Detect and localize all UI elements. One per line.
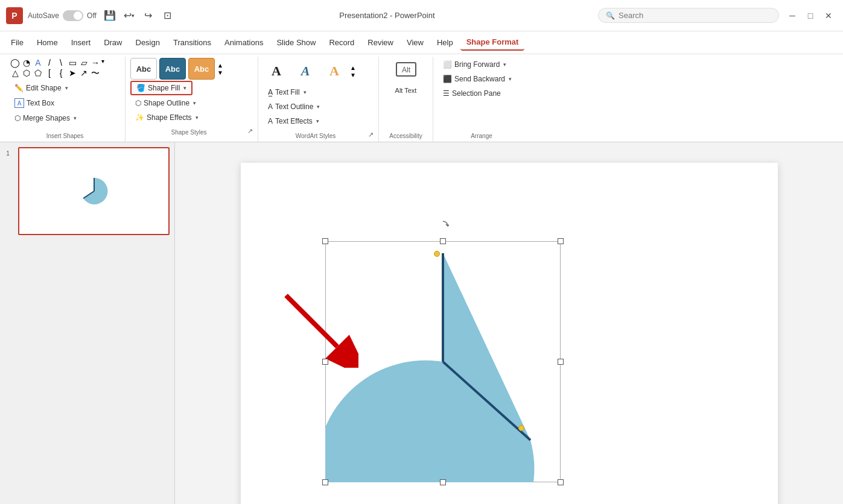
search-box[interactable]: 🔍 <box>598 8 779 23</box>
handle-bl[interactable] <box>322 479 328 485</box>
maximize-button[interactable]: □ <box>802 7 819 24</box>
menu-view[interactable]: View <box>401 35 430 50</box>
minimize-button[interactable]: ─ <box>784 7 801 24</box>
shape-diamond[interactable]: ⬡ <box>21 68 32 79</box>
shape-chevron[interactable]: ➤ <box>67 68 78 79</box>
autosave-label: AutoSave <box>28 11 59 20</box>
wordart-style-3[interactable]: A <box>321 58 348 84</box>
menu-design[interactable]: Design <box>130 35 166 50</box>
shape-effects-button[interactable]: ✨ Shape Effects ▾ <box>130 111 203 124</box>
shape-styles-label: Shape Styles <box>130 127 247 136</box>
shape-style-1[interactable]: Abc <box>130 58 157 80</box>
shape-wave[interactable]: 〜 <box>90 68 101 79</box>
text-fill-row: A̲ Text Fill ▾ <box>263 86 311 99</box>
text-outline-button[interactable]: A Text Outline ▾ <box>263 100 325 113</box>
rotate-handle[interactable] <box>437 220 449 232</box>
yellow-handle-1[interactable] <box>434 251 440 257</box>
menu-help[interactable]: Help <box>431 35 459 50</box>
text-effects-dropdown: ▾ <box>316 118 319 124</box>
handle-tl[interactable] <box>322 238 328 244</box>
shape-styles-scroll[interactable]: ▲ ▼ <box>217 62 223 76</box>
shape-rect2[interactable]: ▱ <box>78 58 89 68</box>
send-backward-button[interactable]: ⬛ Send Backward ▾ <box>438 72 517 86</box>
save-button[interactable]: 💾 <box>101 7 118 24</box>
merge-shapes-button[interactable]: ⬡ Merge Shapes ▾ <box>10 112 81 125</box>
shapes-more[interactable]: ▾ <box>101 58 112 68</box>
svg-text:Alt: Alt <box>401 66 410 74</box>
shape-styles-group: Abc Abc Abc ▲ ▼ 🪣 Shape Fill ▾ ⬡ Shape O… <box>126 57 258 142</box>
handle-bm[interactable] <box>440 479 446 485</box>
menu-slideshow[interactable]: Slide Show <box>270 35 322 50</box>
handle-mr[interactable] <box>558 359 564 365</box>
shape-line[interactable]: / <box>44 58 55 68</box>
menu-animations[interactable]: Animations <box>218 35 269 50</box>
close-button[interactable]: ✕ <box>820 7 837 24</box>
bring-forward-dropdown: ▾ <box>503 61 506 68</box>
shape-rtriangle[interactable]: △ <box>10 68 21 79</box>
shape-line2[interactable]: \ <box>56 58 66 68</box>
edit-shape-button[interactable]: ✏️ Edit Shape ▾ <box>10 81 73 95</box>
shape-outline-icon: ⬡ <box>135 99 141 107</box>
text-outline-row: A Text Outline ▾ <box>263 100 325 113</box>
wordart-scroll-up[interactable]: ▲ <box>350 65 356 71</box>
menu-transitions[interactable]: Transitions <box>167 35 217 50</box>
shape-fill-row: 🪣 Shape Fill ▾ <box>130 81 192 95</box>
shape-bracket[interactable]: [ <box>44 68 55 79</box>
autosave-toggle[interactable] <box>63 10 83 21</box>
scroll-down-icon[interactable]: ▼ <box>217 69 223 76</box>
shape-outline-dropdown: ▾ <box>193 100 196 106</box>
alt-text-button[interactable]: Alt Alt Text <box>388 58 424 94</box>
wordart-style-2[interactable]: A <box>292 58 319 84</box>
menu-draw[interactable]: Draw <box>98 35 128 50</box>
window-controls: ─ □ ✕ <box>784 7 837 24</box>
menu-insert[interactable]: Insert <box>65 35 97 50</box>
yellow-handle-2[interactable] <box>518 425 524 431</box>
text-effects-button[interactable]: A Text Effects ▾ <box>263 115 324 128</box>
selection-pane-button[interactable]: ☰ Selection Pane <box>438 87 506 100</box>
shape-pentagon[interactable]: ⬠ <box>33 68 43 79</box>
shape-brace[interactable]: { <box>56 68 66 79</box>
menu-home[interactable]: Home <box>31 35 64 50</box>
shape-style-2[interactable]: Abc <box>159 58 186 80</box>
shape-arrow[interactable]: → <box>90 58 101 68</box>
scroll-up-icon[interactable]: ▲ <box>217 62 223 69</box>
shape-textbox[interactable]: A <box>33 58 43 68</box>
merge-shapes-icon: ⬡ <box>14 114 21 122</box>
text-effects-icon: A <box>268 117 273 125</box>
wordart-scroll[interactable]: ▲ ▼ <box>350 65 356 78</box>
text-fill-icon: A̲ <box>268 88 273 96</box>
menu-file[interactable]: File <box>5 35 30 50</box>
accessibility-label: Accessibility <box>384 130 428 139</box>
wordart-expand[interactable]: ↗ <box>368 131 374 139</box>
bring-forward-button[interactable]: ⬜ Bring Forward ▾ <box>438 58 511 71</box>
shape-pie[interactable]: ◔ <box>21 58 32 68</box>
shape-style-3[interactable]: Abc <box>188 58 215 80</box>
shape-outline-button[interactable]: ⬡ Shape Outline ▾ <box>130 96 201 110</box>
handle-ml[interactable] <box>322 359 328 365</box>
shape-styles-expand[interactable]: ↗ <box>247 127 253 135</box>
menu-record[interactable]: Record <box>323 35 360 50</box>
menu-review[interactable]: Review <box>361 35 399 50</box>
wordart-style-1[interactable]: A <box>263 58 290 84</box>
shape-rect[interactable]: ▭ <box>67 58 78 68</box>
customize-button[interactable]: ⊡ <box>159 7 176 24</box>
shape-oval[interactable]: ◯ <box>10 58 21 68</box>
handle-br[interactable] <box>558 479 564 485</box>
slide-canvas <box>241 163 778 504</box>
text-fill-button[interactable]: A̲ Text Fill ▾ <box>263 86 311 99</box>
text-box-button[interactable]: A Text Box <box>10 96 59 110</box>
redo-button[interactable]: ↪ <box>140 7 157 24</box>
handle-tm[interactable] <box>440 238 446 244</box>
shape-fill-button[interactable]: 🪣 Shape Fill ▾ <box>130 81 192 95</box>
shape-container[interactable] <box>325 241 561 482</box>
slide-thumbnail[interactable] <box>18 147 170 235</box>
menu-shape-format[interactable]: Shape Format <box>460 34 525 51</box>
canvas-area[interactable] <box>175 142 843 504</box>
slide-thumb-inner <box>22 151 166 232</box>
handle-tr[interactable] <box>558 238 564 244</box>
shape-outline-row: ⬡ Shape Outline ▾ <box>130 96 201 110</box>
shape-curve[interactable]: ↗ <box>78 68 89 79</box>
undo-button[interactable]: ↩▾ <box>121 7 138 24</box>
wordart-scroll-down[interactable]: ▼ <box>350 72 356 78</box>
search-input[interactable] <box>619 11 771 20</box>
